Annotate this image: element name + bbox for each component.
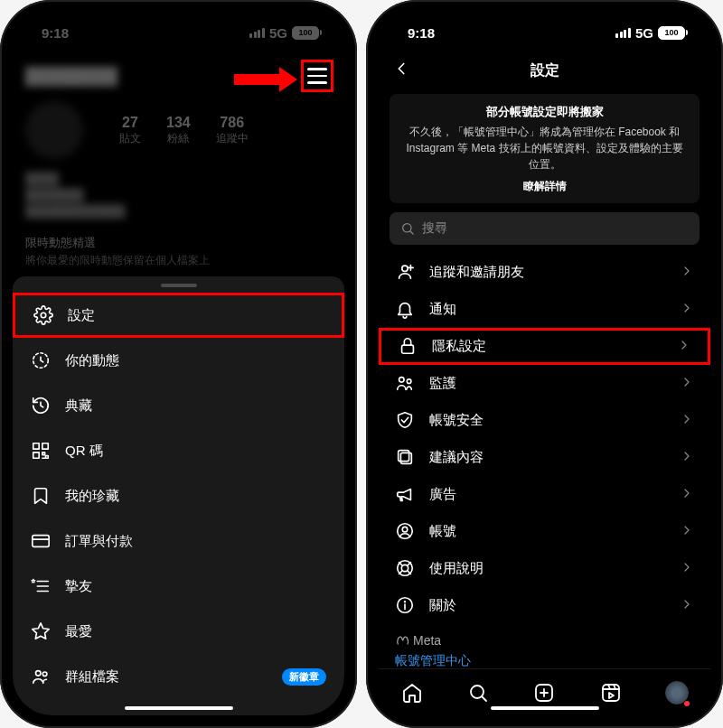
chevron-right-icon — [680, 523, 694, 540]
svg-point-11 — [36, 671, 42, 677]
svg-rect-2 — [33, 443, 39, 449]
menu-activity[interactable]: 你的動態 — [13, 338, 344, 383]
accounts-center-link[interactable]: 帳號管理中心 — [395, 653, 694, 669]
svg-point-19 — [399, 378, 405, 383]
menu-group-label: 群組檔案 — [65, 668, 119, 686]
add-user-icon — [395, 262, 415, 282]
menu-close-friends[interactable]: 摯友 — [13, 564, 344, 609]
row-ads[interactable]: 廣告 — [379, 476, 710, 513]
chevron-right-icon — [677, 338, 691, 355]
svg-point-24 — [402, 527, 408, 532]
menu-orders-label: 訂單與付款 — [65, 533, 133, 550]
row-privacy-label: 隱私設定 — [432, 338, 486, 355]
menu-orders[interactable]: 訂單與付款 — [13, 518, 344, 564]
dimmed-background: 9:18 5G 100 ████████ 27 貼文 — [13, 13, 344, 274]
row-privacy[interactable]: 隱私設定 — [379, 328, 710, 365]
status-time: 9:18 — [42, 25, 69, 41]
row-supervision[interactable]: 監護 — [379, 365, 710, 402]
highlights-title: 限時動態精選 — [25, 235, 332, 251]
menu-favorites[interactable]: 最愛 — [13, 609, 344, 654]
gear-icon — [33, 305, 53, 325]
signal-icon — [249, 28, 265, 38]
svg-rect-5 — [33, 536, 49, 547]
row-suggested[interactable]: 建議內容 — [379, 439, 710, 476]
followers-count: 134 — [166, 115, 191, 131]
status-time: 9:18 — [408, 25, 435, 41]
followers-label: 粉絲 — [166, 131, 191, 146]
status-right: 5G 100 — [249, 25, 319, 41]
avatar[interactable] — [25, 101, 83, 159]
menu-activity-label: 你的動態 — [65, 352, 119, 369]
new-badge: 新徽章 — [282, 668, 326, 686]
menu-archive-label: 典藏 — [65, 397, 92, 415]
signal-icon — [615, 28, 631, 38]
notification-dot — [684, 701, 690, 706]
meta-section: Meta 帳號管理中心 控制 Instagram、Facebook 應用程式和 … — [379, 624, 710, 669]
row-account[interactable]: 帳號 — [379, 513, 710, 550]
posts-label: 貼文 — [119, 131, 141, 146]
avatar-icon — [665, 681, 689, 705]
home-indicator[interactable] — [491, 706, 599, 710]
row-account-label: 帳號 — [429, 523, 456, 540]
row-notifications-label: 通知 — [429, 301, 456, 318]
supervision-icon — [395, 373, 415, 393]
home-indicator[interactable] — [125, 706, 233, 710]
chevron-right-icon — [680, 301, 694, 318]
chevron-right-icon — [680, 449, 694, 466]
row-security[interactable]: 帳號安全 — [379, 402, 710, 439]
following-label: 追蹤中 — [216, 131, 249, 146]
status-bar: 9:18 5G 100 — [379, 13, 710, 52]
menu-qr[interactable]: QR 碼 — [13, 428, 344, 473]
user-icon — [395, 521, 415, 541]
svg-line-14 — [410, 231, 413, 234]
status-bar: 9:18 5G 100 — [13, 13, 344, 52]
activity-icon — [31, 350, 51, 370]
row-help[interactable]: 使用說明 — [379, 550, 710, 587]
menu-sheet: 設定 你的動態 典藏 QR 碼 — [13, 276, 344, 715]
back-button[interactable] — [391, 59, 411, 82]
menu-favorites-label: 最愛 — [65, 623, 92, 640]
tab-reels[interactable] — [599, 681, 623, 705]
menu-group[interactable]: 群組檔案 新徽章 — [13, 654, 344, 699]
chevron-right-icon — [680, 486, 694, 503]
menu-settings[interactable]: 設定 — [13, 293, 344, 338]
svg-point-20 — [407, 379, 411, 384]
shield-icon — [395, 410, 415, 430]
status-right: 5G 100 — [615, 25, 685, 41]
tab-create[interactable] — [532, 681, 556, 705]
row-help-label: 使用說明 — [429, 560, 484, 577]
search-input[interactable]: 搜尋 — [390, 212, 700, 245]
page-title: 設定 — [531, 61, 559, 80]
notice-body: 不久後，「帳號管理中心」將成為管理你在 Facebook 和 Instagram… — [402, 124, 687, 173]
svg-rect-4 — [33, 453, 39, 458]
nav-header: 設定 — [379, 52, 710, 89]
search-placeholder: 搜尋 — [422, 220, 447, 237]
hamburger-menu-button[interactable] — [301, 60, 333, 92]
menu-saved-label: 我的珍藏 — [65, 488, 119, 505]
menu-saved[interactable]: 我的珍藏 — [13, 473, 344, 518]
row-about[interactable]: 關於 — [379, 587, 710, 624]
sheet-grabber[interactable] — [161, 284, 197, 287]
menu-archive[interactable]: 典藏 — [13, 383, 344, 428]
chevron-right-icon — [680, 375, 694, 392]
stat-followers[interactable]: 134 粉絲 — [166, 115, 191, 146]
notice-banner[interactable]: 部分帳號設定即將搬家 不久後，「帳號管理中心」將成為管理你在 Facebook … — [390, 94, 700, 203]
tab-search[interactable] — [466, 681, 490, 705]
tab-profile[interactable] — [665, 681, 689, 705]
stat-following[interactable]: 786 追蹤中 — [216, 115, 249, 146]
meta-logo: Meta — [395, 633, 694, 648]
chevron-right-icon — [680, 412, 694, 429]
notice-title: 部分帳號設定即將搬家 — [402, 103, 687, 121]
row-suggested-label: 建議內容 — [429, 449, 484, 466]
row-follow[interactable]: 追蹤和邀請朋友 — [379, 254, 710, 291]
username: ████████ — [25, 67, 117, 86]
row-notifications[interactable]: 通知 — [379, 291, 710, 328]
bell-icon — [395, 299, 415, 319]
tab-home[interactable] — [400, 681, 424, 705]
story-highlights[interactable]: 限時動態精選 將你最愛的限時動態保留在個人檔案上 — [13, 229, 344, 274]
photos-icon — [395, 447, 415, 467]
svg-rect-18 — [402, 345, 414, 353]
stat-posts[interactable]: 27 貼文 — [119, 115, 141, 146]
svg-point-15 — [402, 266, 408, 271]
row-supervision-label: 監護 — [429, 375, 456, 392]
